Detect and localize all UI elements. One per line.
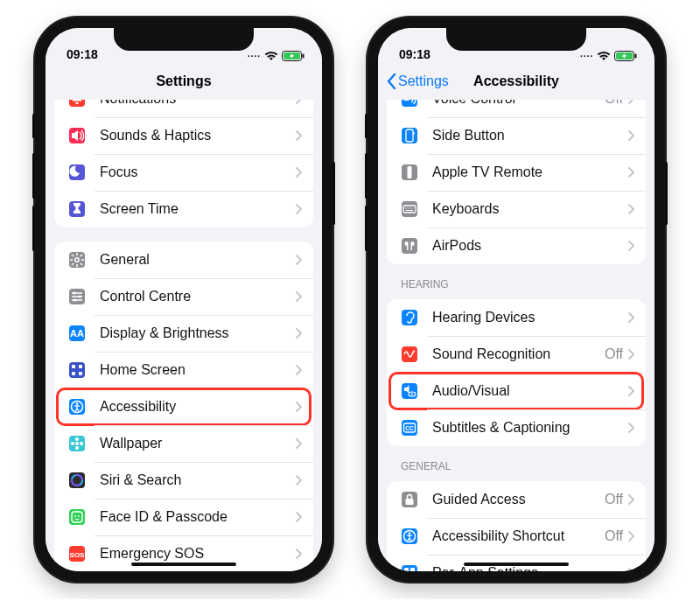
grid-icon bbox=[65, 358, 89, 382]
row-side-button[interactable]: Side Button bbox=[387, 117, 646, 154]
home-indicator[interactable] bbox=[464, 563, 569, 566]
speaker-icon bbox=[65, 123, 89, 148]
svg-rect-56 bbox=[402, 201, 417, 217]
home-indicator[interactable] bbox=[131, 563, 236, 566]
row-display-brightness[interactable]: AADisplay & Brightness bbox=[54, 315, 313, 352]
settings-list[interactable]: NotificationsSounds & HapticsFocusScreen… bbox=[46, 100, 322, 571]
chevron-right-icon bbox=[296, 549, 303, 559]
sos-icon: SOS bbox=[65, 542, 89, 566]
row-audio-visual[interactable]: Audio/Visual bbox=[387, 373, 646, 409]
wave-icon bbox=[397, 342, 422, 367]
row-subtitles-captioning[interactable]: CCSubtitles & Captioning bbox=[387, 409, 646, 446]
row-label: Notifications bbox=[100, 100, 296, 107]
row-accessibility[interactable]: Accessibility bbox=[54, 388, 313, 425]
svg-rect-47 bbox=[635, 54, 637, 59]
svg-rect-74 bbox=[410, 568, 415, 571]
settings-group: Voice ControlOffSide ButtonApple TV Remo… bbox=[387, 100, 646, 264]
row-label: Focus bbox=[100, 164, 296, 180]
back-button[interactable]: Settings bbox=[387, 63, 449, 100]
row-home-screen[interactable]: Home Screen bbox=[54, 352, 313, 388]
row-label: Apple TV Remote bbox=[432, 164, 628, 180]
chevron-right-icon bbox=[296, 130, 303, 141]
row-sound-recognition[interactable]: Sound RecognitionOff bbox=[387, 336, 646, 373]
wifi-icon bbox=[264, 51, 278, 61]
svg-rect-1 bbox=[303, 54, 304, 59]
svg-text:CC: CC bbox=[405, 425, 414, 431]
group-header: General bbox=[401, 460, 654, 472]
svg-rect-17 bbox=[79, 365, 82, 368]
accessibility-list[interactable]: Voice ControlOffSide ButtonApple TV Remo… bbox=[378, 100, 654, 571]
row-hearing-devices[interactable]: Hearing Devices bbox=[387, 299, 646, 336]
row-label: Hearing Devices bbox=[432, 310, 628, 325]
face-icon bbox=[65, 505, 89, 529]
chevron-right-icon bbox=[628, 312, 635, 323]
row-control-centre[interactable]: Control Centre bbox=[54, 278, 313, 315]
svg-rect-72 bbox=[402, 565, 417, 571]
row-label: Wallpaper bbox=[100, 436, 296, 451]
chevron-right-icon bbox=[296, 167, 303, 178]
row-sounds-haptics[interactable]: Sounds & Haptics bbox=[54, 117, 313, 154]
back-label: Settings bbox=[398, 73, 449, 89]
row-screen-time[interactable]: Screen Time bbox=[54, 191, 313, 227]
svg-point-63 bbox=[411, 394, 413, 395]
row-general[interactable]: General bbox=[54, 241, 313, 278]
row-label: Control Centre bbox=[100, 289, 296, 304]
row-focus[interactable]: Focus bbox=[54, 154, 313, 191]
chevron-right-icon bbox=[628, 531, 635, 542]
person-icon bbox=[397, 524, 422, 549]
row-airpods[interactable]: AirPods bbox=[387, 227, 646, 264]
row-value: Off bbox=[605, 492, 623, 507]
row-label: Home Screen bbox=[100, 362, 296, 378]
page-title: Accessibility bbox=[473, 73, 559, 89]
gear-icon bbox=[65, 248, 89, 272]
status-right: ···· bbox=[248, 51, 304, 61]
row-label: Emergency SOS bbox=[100, 546, 296, 562]
flower-icon bbox=[65, 431, 89, 456]
svg-rect-58 bbox=[402, 238, 417, 254]
battery-charging-icon bbox=[282, 51, 304, 61]
row-voice-control[interactable]: Voice ControlOff bbox=[387, 100, 646, 117]
airpods-icon bbox=[397, 234, 422, 258]
row-label: Guided Access bbox=[432, 492, 605, 507]
svg-rect-55 bbox=[408, 166, 412, 178]
row-keyboards[interactable]: Keyboards bbox=[387, 191, 646, 227]
apps-icon bbox=[397, 561, 422, 571]
chevron-right-icon bbox=[628, 423, 635, 433]
svg-point-22 bbox=[76, 402, 79, 405]
status-time: 09:18 bbox=[399, 47, 430, 61]
row-label: Sounds & Haptics bbox=[100, 128, 296, 143]
chevron-right-icon bbox=[628, 494, 635, 505]
status-right: ···· bbox=[580, 51, 637, 61]
settings-group: NotificationsSounds & HapticsFocusScreen… bbox=[54, 100, 313, 227]
row-label: Side Button bbox=[432, 128, 628, 143]
moon-icon bbox=[65, 160, 89, 185]
notch bbox=[446, 28, 586, 51]
nav-bar: Settings bbox=[46, 63, 322, 100]
row-siri-search[interactable]: Siri & Search bbox=[54, 462, 313, 499]
row-accessibility-shortcut[interactable]: Accessibility ShortcutOff bbox=[387, 518, 646, 555]
settings-group: Guided AccessOffAccessibility ShortcutOf… bbox=[387, 481, 646, 571]
chevron-right-icon bbox=[296, 438, 303, 449]
chevron-right-icon bbox=[296, 291, 303, 302]
chevron-right-icon bbox=[628, 204, 635, 214]
settings-group: Hearing DevicesSound RecognitionOffAudio… bbox=[387, 299, 646, 446]
chevron-right-icon bbox=[296, 328, 303, 339]
svg-text:SOS: SOS bbox=[70, 551, 85, 559]
svg-rect-16 bbox=[72, 365, 75, 368]
chevron-right-icon bbox=[296, 512, 303, 522]
row-guided-access[interactable]: Guided AccessOff bbox=[387, 481, 646, 518]
svg-point-26 bbox=[75, 446, 79, 450]
row-face-id-passcode[interactable]: Face ID & Passcode bbox=[54, 499, 313, 535]
svg-point-71 bbox=[409, 532, 411, 535]
chevron-left-icon bbox=[387, 73, 396, 89]
voice-icon bbox=[397, 100, 422, 111]
ear-icon bbox=[397, 305, 422, 330]
row-notifications[interactable]: Notifications bbox=[54, 100, 313, 117]
row-label: AirPods bbox=[432, 238, 628, 254]
sidebutton-icon bbox=[397, 123, 422, 148]
row-apple-tv-remote[interactable]: Apple TV Remote bbox=[387, 154, 646, 191]
siri-icon bbox=[65, 468, 89, 493]
row-wallpaper[interactable]: Wallpaper bbox=[54, 425, 313, 462]
chevron-right-icon bbox=[628, 349, 635, 360]
svg-point-35 bbox=[78, 515, 80, 517]
